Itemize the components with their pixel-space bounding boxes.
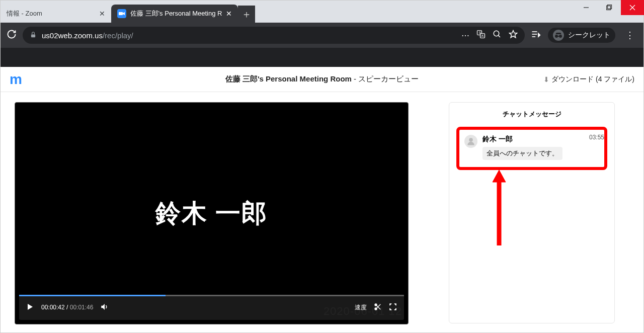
speed-button[interactable]: 速度 — [355, 303, 367, 312]
url-more-icon[interactable]: ⋯ — [461, 31, 469, 40]
new-tab-button[interactable]: ＋ — [238, 6, 255, 23]
reload-button[interactable] — [7, 29, 17, 41]
lock-icon — [30, 31, 37, 40]
fullscreen-button[interactable] — [389, 303, 397, 312]
url-text: us02web.zoom.us/rec/play/ — [42, 31, 133, 40]
chat-message-text: 全員へのチャットです。 — [482, 147, 562, 160]
video-player[interactable]: 鈴木 一郎 2020-06-01 12 00:00:42 / 00:01:46 — [15, 102, 409, 324]
video-controls: 00:00:42 / 00:01:46 速度 — [19, 295, 404, 320]
incognito-indicator[interactable]: シークレット — [548, 28, 615, 43]
zoom-search-icon[interactable] — [493, 30, 502, 41]
play-button[interactable] — [26, 303, 34, 312]
svg-line-13 — [498, 35, 500, 37]
svg-point-28 — [469, 138, 473, 142]
page-title: 佐藤 三郎's Personal Meeting Room - スピーカービュー — [225, 74, 419, 84]
svg-marker-22 — [28, 304, 33, 310]
tab-title: 佐藤 三郎's Personal Meeting R — [130, 9, 222, 18]
window-restore-button[interactable] — [598, 0, 621, 15]
svg-marker-14 — [510, 31, 517, 38]
svg-rect-2 — [607, 6, 611, 10]
chat-header: チャットメッセージ — [449, 110, 614, 124]
chat-message-item[interactable]: 鈴木 一郎 全員へのチャットです。 — [464, 135, 599, 160]
zoom-favicon-icon — [117, 9, 126, 18]
page-header: m 佐藤 三郎's Personal Meeting Room - スピーカービ… — [1, 67, 643, 92]
speaker-name-overlay: 鈴木 一郎 — [155, 197, 268, 230]
browser-tab-strip: 情報 - Zoom ✕ 佐藤 三郎's Personal Meeting R ✕… — [1, 1, 643, 23]
svg-point-12 — [494, 31, 499, 36]
window-minimize-button[interactable] — [575, 0, 598, 15]
browser-tab[interactable]: 情報 - Zoom ✕ — [1, 5, 111, 23]
browser-menu-button[interactable]: ⋮ — [622, 30, 637, 41]
incognito-icon — [553, 30, 564, 41]
svg-marker-6 — [123, 12, 125, 15]
chat-username: 鈴木 一郎 — [482, 135, 599, 144]
download-link[interactable]: ⬇ ダウンロード (4 ファイル) — [543, 75, 634, 84]
browser-sub-toolbar — [1, 48, 643, 67]
svg-rect-7 — [31, 34, 35, 37]
progress-bar[interactable] — [19, 295, 404, 296]
window-close-button[interactable] — [621, 0, 644, 15]
zoom-logo[interactable]: m — [10, 71, 20, 88]
tab-close-icon[interactable]: ✕ — [226, 10, 232, 18]
chat-panel: チャットメッセージ 鈴木 一郎 全員へのチャットです。 03:55 — [449, 102, 615, 323]
browser-tab-active[interactable]: 佐藤 三郎's Personal Meeting R ✕ — [111, 5, 238, 23]
reading-list-icon[interactable] — [531, 29, 541, 41]
bookmark-star-icon[interactable] — [509, 30, 518, 41]
download-icon: ⬇ — [543, 75, 549, 84]
tab-title: 情報 - Zoom — [7, 9, 42, 18]
address-bar[interactable]: us02web.zoom.us/rec/play/ ⋯ 文A — [23, 27, 525, 44]
svg-marker-18 — [538, 33, 540, 37]
user-avatar-icon — [464, 135, 477, 148]
translate-icon[interactable]: 文A — [476, 30, 486, 41]
svg-rect-1 — [608, 5, 612, 9]
time-display: 00:00:42 / 00:01:46 — [41, 304, 93, 311]
annotation-arrow-icon — [492, 170, 507, 247]
svg-text:文: 文 — [478, 31, 481, 34]
svg-marker-29 — [493, 170, 506, 245]
chat-timestamp: 03:55 — [589, 134, 604, 141]
svg-marker-23 — [102, 304, 105, 310]
clip-button[interactable] — [374, 303, 382, 312]
volume-button[interactable] — [100, 302, 109, 313]
svg-rect-21 — [557, 36, 559, 37]
progress-fill — [19, 295, 166, 296]
svg-text:A: A — [481, 34, 484, 37]
incognito-label: シークレット — [568, 31, 610, 40]
tab-close-icon[interactable]: ✕ — [99, 10, 105, 18]
svg-rect-5 — [119, 12, 123, 15]
browser-toolbar: us02web.zoom.us/rec/play/ ⋯ 文A シークレット ⋮ — [1, 23, 643, 48]
annotation-highlight: 鈴木 一郎 全員へのチャットです。 — [456, 127, 607, 170]
